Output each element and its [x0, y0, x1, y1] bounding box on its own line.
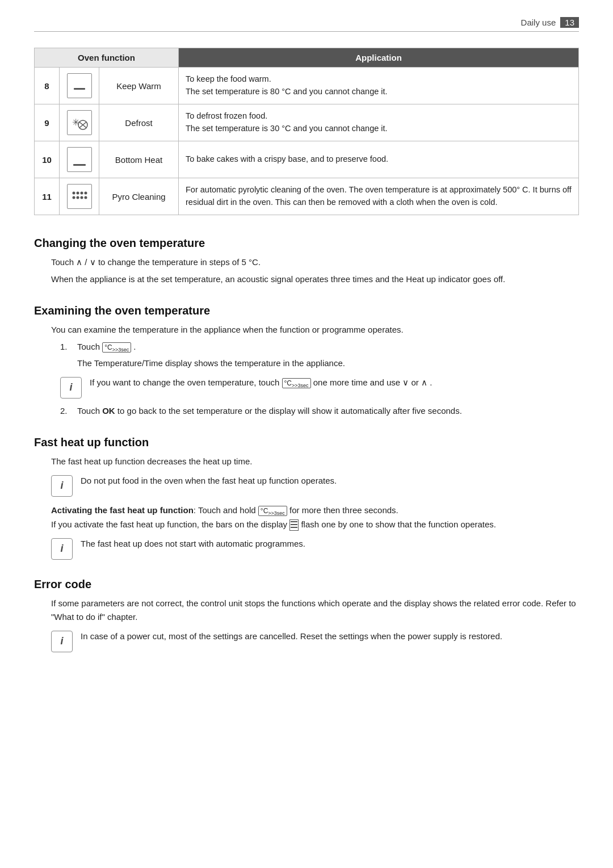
info-row-2: iThe fast heat up does not start with au… — [51, 537, 579, 560]
info-row: iDo not put food in the oven when the fa… — [51, 474, 579, 497]
table-col1-header: Oven function — [35, 48, 179, 68]
item-number: 2. — [60, 404, 72, 418]
svg-point-12 — [80, 196, 83, 199]
row-application: To bake cakes with a crispy base, and to… — [179, 141, 579, 178]
svg-point-6 — [72, 192, 75, 195]
display-icon — [289, 519, 299, 531]
numbered-item: 2.Touch OK to go back to the set tempera… — [60, 404, 579, 418]
item-content: Touch °C>>3sec .The Temperature/Time dis… — [77, 340, 579, 370]
info-icon: i — [60, 377, 82, 399]
row-number: 9 — [35, 104, 60, 141]
table-row: 9 ✳ DefrostTo defrost frozen food.The se… — [35, 104, 579, 141]
row-number: 10 — [35, 141, 60, 178]
page-header: Daily use 13 — [34, 17, 579, 32]
info-row: iIn case of a power cut, most of the set… — [51, 630, 579, 652]
info-text: If you want to change the oven temperatu… — [90, 376, 579, 390]
section-title: Fast heat up function — [34, 436, 579, 449]
row-function-name: Keep Warm — [99, 68, 179, 104]
ok-button-label: OK — [102, 406, 115, 416]
info-row: iIf you want to change the oven temperat… — [60, 376, 579, 399]
temp-symbol: °C>>3sec — [258, 506, 287, 516]
down-arrow: ∨ — [90, 257, 96, 267]
svg-point-8 — [80, 192, 83, 195]
row-function-name: Pyro Cleaning — [99, 178, 179, 215]
svg-rect-0 — [74, 88, 85, 90]
section-error-code: Error codeIf some parameters are not cor… — [34, 578, 579, 652]
section-paragraph: If some parameters are not correct, the … — [51, 597, 579, 624]
info-text: In case of a power cut, most of the sett… — [81, 630, 579, 643]
section-title: Error code — [34, 578, 579, 591]
table-row: 11 Pyro CleaningFor automatic pyrolytic … — [35, 178, 579, 215]
row-application: To keep the food warm.The set temperatur… — [179, 68, 579, 104]
table-col2-header: Application — [179, 48, 579, 68]
item-content: Touch OK to go back to the set temperatu… — [77, 404, 579, 418]
row-function-name: Defrost — [99, 104, 179, 141]
defrost-icon: ✳ — [67, 110, 92, 135]
svg-rect-15 — [291, 524, 297, 525]
section-title: Changing the oven temperature — [34, 237, 579, 250]
keepwarm-icon — [72, 78, 87, 94]
bottomheat-icon — [67, 147, 92, 172]
row-number: 8 — [35, 68, 60, 104]
svg-point-10 — [72, 196, 75, 199]
section-paragraph: The fast heat up function decreases the … — [51, 455, 579, 468]
svg-point-11 — [76, 196, 79, 199]
info-text: The fast heat up does not start with aut… — [81, 537, 579, 551]
up-arrow: ∧ — [76, 257, 82, 267]
section-examining-temp: Examining the oven temperatureYou can ex… — [34, 304, 579, 418]
pyro-icon — [67, 184, 92, 209]
svg-rect-16 — [291, 527, 297, 528]
section-fast-heat: Fast heat up functionThe fast heat up fu… — [34, 436, 579, 560]
function-table: Oven function Application 8Keep WarmTo k… — [34, 48, 579, 215]
svg-point-7 — [76, 192, 79, 195]
row-icon-cell — [60, 178, 99, 215]
row-icon-cell — [60, 141, 99, 178]
item-subtext: The Temperature/Time display shows the t… — [77, 357, 579, 370]
numbered-item: 1.Touch °C>>3sec .The Temperature/Time d… — [60, 340, 579, 370]
item-number: 1. — [60, 340, 72, 370]
row-number: 11 — [35, 178, 60, 215]
activating-bold: Activating the fast heat up function — [51, 505, 194, 515]
svg-point-13 — [84, 196, 87, 199]
info-icon: i — [51, 631, 73, 652]
section-paragraph: When the appliance is at the set tempera… — [51, 272, 579, 286]
svg-point-9 — [84, 192, 87, 195]
svg-rect-5 — [73, 164, 86, 166]
section-paragraph: Touch ∧ / ∨ to change the temperature in… — [51, 255, 579, 269]
row-icon-cell: ✳ — [60, 104, 99, 141]
table-row: 10 Bottom HeatTo bake cakes with a crisp… — [35, 141, 579, 178]
row-application: For automatic pyrolytic cleaning of the … — [179, 178, 579, 215]
section-changing-temp: Changing the oven temperatureTouch ∧ / ∨… — [34, 237, 579, 286]
row-application: To defrost frozen food.The set temperatu… — [179, 104, 579, 141]
numbered-list: 1.Touch °C>>3sec .The Temperature/Time d… — [60, 340, 579, 418]
info-icon: i — [51, 475, 73, 497]
table-row: 8Keep WarmTo keep the food warm.The set … — [35, 68, 579, 104]
info-icon: i — [51, 538, 73, 560]
section-label: Daily use — [521, 18, 556, 27]
temp-symbol: °C>>3sec — [102, 342, 131, 353]
section-paragraph: You can examine the temperature in the a… — [51, 323, 579, 337]
activating-paragraph: Activating the fast heat up function: To… — [51, 504, 579, 531]
info-text: Do not put food in the oven when the fas… — [81, 474, 579, 488]
row-icon-cell — [60, 68, 99, 104]
row-function-name: Bottom Heat — [99, 141, 179, 178]
page-number: 13 — [560, 17, 579, 28]
section-title: Examining the oven temperature — [34, 304, 579, 317]
svg-rect-14 — [291, 521, 297, 522]
